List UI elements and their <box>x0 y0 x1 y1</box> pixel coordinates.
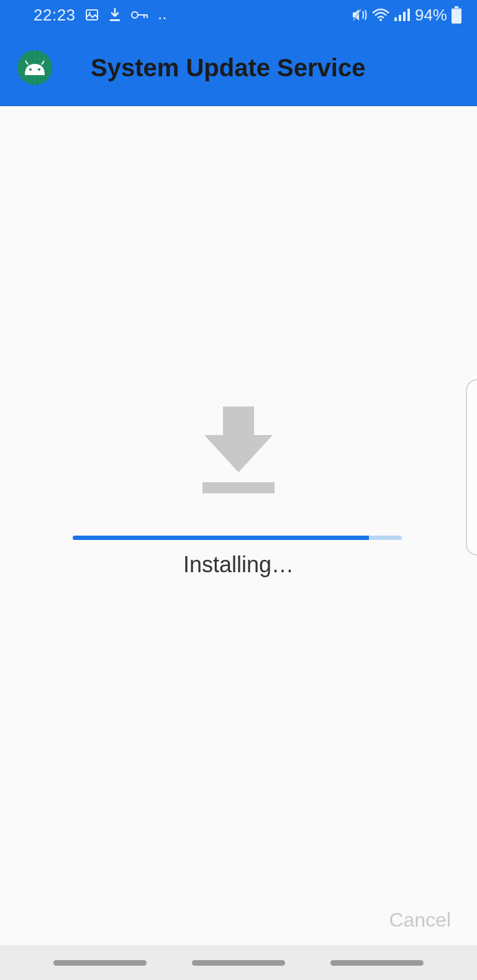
download-icon <box>198 407 279 493</box>
svg-rect-12 <box>452 8 461 24</box>
wifi-icon <box>371 8 390 22</box>
install-progress-fill <box>73 536 369 540</box>
battery-percentage: 94% <box>415 6 447 25</box>
cancel-button[interactable]: Cancel <box>389 909 451 932</box>
svg-rect-13 <box>452 8 461 9</box>
edge-panel-handle[interactable] <box>466 379 477 555</box>
install-progress-bar <box>73 536 402 540</box>
nav-recent-button[interactable] <box>53 960 147 966</box>
more-notifications-icon: ‥ <box>158 7 168 23</box>
app-title: System Update Service <box>91 54 365 82</box>
nav-home-button[interactable] <box>192 960 285 966</box>
status-left-group: 22:23 ‥ <box>34 6 168 25</box>
app-header: System Update Service <box>0 30 477 106</box>
status-right-group: 94% <box>352 6 462 25</box>
svg-line-17 <box>42 61 44 65</box>
svg-rect-8 <box>399 15 401 21</box>
battery-icon <box>451 6 462 24</box>
svg-rect-2 <box>110 19 120 21</box>
image-icon <box>84 7 99 22</box>
cellular-signal-icon <box>394 8 410 22</box>
nav-back-button[interactable] <box>330 960 424 966</box>
app-icon <box>17 50 52 85</box>
download-status-icon <box>108 7 122 22</box>
svg-point-14 <box>29 68 32 71</box>
vibrate-mute-icon <box>352 7 368 22</box>
svg-point-15 <box>38 68 40 71</box>
svg-rect-7 <box>394 17 397 21</box>
svg-rect-9 <box>403 12 406 21</box>
svg-line-16 <box>25 61 28 65</box>
svg-rect-10 <box>407 9 410 21</box>
svg-point-6 <box>379 19 382 21</box>
clock-time: 22:23 <box>34 6 76 25</box>
svg-rect-11 <box>455 6 458 8</box>
install-status-text: Installing… <box>0 552 477 578</box>
main-content: Installing… Cancel <box>0 106 477 945</box>
navigation-bar <box>0 945 477 980</box>
svg-point-3 <box>132 12 138 18</box>
svg-point-1 <box>89 12 91 14</box>
android-status-bar: 22:23 ‥ <box>0 0 477 30</box>
svg-rect-18 <box>223 407 254 435</box>
vpn-key-icon <box>130 9 149 20</box>
